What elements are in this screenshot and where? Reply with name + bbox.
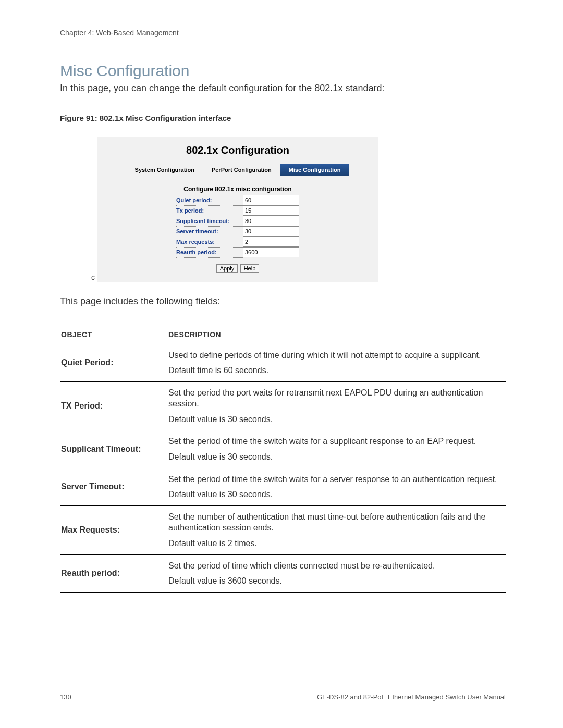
obj-server-timeout: Server Timeout: bbox=[60, 468, 167, 505]
form-table: Quiet period: Tx period: Supplicant time… bbox=[176, 195, 299, 258]
tab-misc-configuration[interactable]: Misc Configuration bbox=[280, 164, 349, 176]
manual-title: GE-DS-82 and 82-PoE Ethernet Managed Swi… bbox=[317, 693, 506, 701]
label-supplicant-timeout: Supplicant timeout: bbox=[176, 216, 243, 226]
input-quiet-period[interactable] bbox=[243, 195, 299, 205]
desc-main: Set the period of time the switch waits … bbox=[168, 436, 504, 447]
obj-quiet-period: Quiet Period: bbox=[60, 344, 167, 381]
chapter-header: Chapter 4: Web-Based Management bbox=[60, 29, 506, 37]
obj-max-requests: Max Requests: bbox=[60, 505, 167, 554]
page-number: 130 bbox=[60, 693, 71, 701]
table-row: TX Period: Set the period the port waits… bbox=[60, 381, 506, 430]
desc-sub: Default value is 3600 seconds. bbox=[168, 575, 504, 587]
config-panel: 802.1x Configuration System Configuratio… bbox=[97, 137, 378, 282]
fields-intro: This page includes the following fields: bbox=[60, 296, 506, 307]
page-title: Misc Configuration bbox=[60, 62, 506, 80]
tab-system-configuration[interactable]: System Configuration bbox=[127, 164, 203, 176]
tab-row: System Configuration PerPort Configurati… bbox=[102, 164, 374, 176]
table-row: Reauth period: Set the period of time wh… bbox=[60, 554, 506, 592]
desc-sub: Default time is 60 seconds. bbox=[168, 365, 504, 376]
fields-table: OBJECT DESCRIPTION Quiet Period: Used to… bbox=[60, 325, 506, 593]
desc-sub: Default value is 2 times. bbox=[168, 538, 504, 549]
label-server-timeout: Server timeout: bbox=[176, 226, 243, 237]
desc-main: Set the period the port waits for retran… bbox=[168, 387, 504, 410]
input-reauth-period[interactable] bbox=[243, 247, 299, 257]
intro-text: In this page, you can change the default… bbox=[60, 83, 506, 94]
table-row: Supplicant Timeout: Set the period of ti… bbox=[60, 430, 506, 468]
figure-caption: Figure 91: 802.1x Misc Configuration int… bbox=[60, 114, 506, 126]
tab-perport-configuration[interactable]: PerPort Configuration bbox=[203, 164, 280, 176]
panel-subtitle: Configure 802.1x misc configuration bbox=[102, 186, 374, 193]
desc-sub: Default value is 30 seconds. bbox=[168, 451, 504, 463]
table-row: Quiet Period: Used to define periods of … bbox=[60, 344, 506, 381]
obj-reauth-period: Reauth period: bbox=[60, 554, 167, 592]
panel-title: 802.1x Configuration bbox=[102, 144, 374, 156]
obj-tx-period: TX Period: bbox=[60, 381, 167, 430]
label-tx-period: Tx period: bbox=[176, 205, 243, 216]
col-header-object: OBJECT bbox=[60, 325, 167, 344]
col-header-description: DESCRIPTION bbox=[167, 325, 506, 344]
help-button[interactable]: Help bbox=[240, 264, 260, 273]
desc-main: Set the number of authentication that mu… bbox=[168, 511, 504, 534]
input-tx-period[interactable] bbox=[243, 205, 299, 216]
table-row: Max Requests: Set the number of authenti… bbox=[60, 505, 506, 554]
label-quiet-period: Quiet period: bbox=[176, 195, 243, 205]
input-supplicant-timeout[interactable] bbox=[243, 216, 299, 226]
label-max-requests: Max requests: bbox=[176, 237, 243, 247]
desc-main: Set the period of time the switch waits … bbox=[168, 474, 504, 485]
desc-main: Set the period of time which clients con… bbox=[168, 560, 504, 572]
label-reauth-period: Reauth period: bbox=[176, 247, 243, 257]
table-row: Server Timeout: Set the period of time t… bbox=[60, 468, 506, 505]
desc-sub: Default value is 30 seconds. bbox=[168, 414, 504, 425]
input-max-requests[interactable] bbox=[243, 237, 299, 247]
input-server-timeout[interactable] bbox=[243, 226, 299, 237]
obj-supplicant-timeout: Supplicant Timeout: bbox=[60, 430, 167, 468]
apply-button[interactable]: Apply bbox=[216, 264, 238, 273]
stray-letter: c bbox=[91, 273, 95, 282]
desc-main: Used to define periods of time during wh… bbox=[168, 350, 504, 361]
desc-sub: Default value is 30 seconds. bbox=[168, 489, 504, 500]
